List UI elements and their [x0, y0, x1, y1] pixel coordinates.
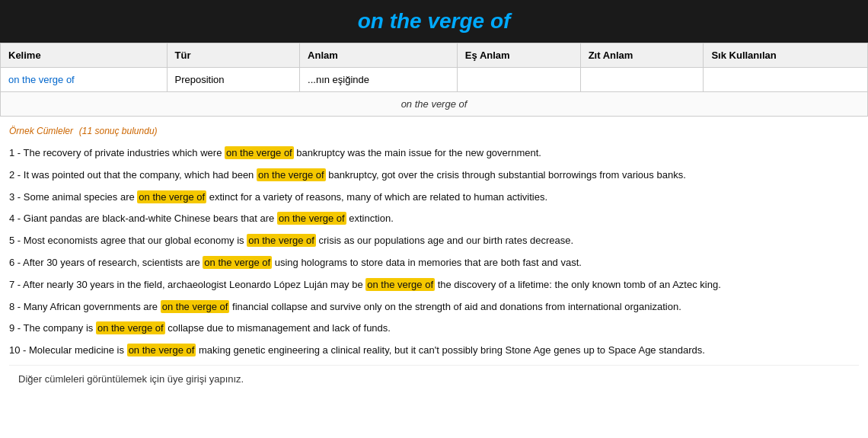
example-item: 5 - Most economists agree that our globa… — [9, 230, 859, 252]
table-data-row: on the verge of Preposition ...nın eşiği… — [1, 68, 868, 92]
cell-tur: Preposition — [167, 68, 300, 92]
highlight-phrase: on the verge of — [161, 300, 230, 313]
example-num: 3 - Some animal species are — [9, 191, 137, 203]
col-tur: Tür — [167, 43, 300, 68]
example-item: 1 - The recovery of private industries w… — [9, 142, 859, 165]
highlight-phrase: on the verge of — [203, 256, 272, 269]
example-header: Örnek Cümleler (11 sonuç bulundu) — [9, 124, 859, 136]
example-after: extinction. — [346, 213, 394, 224]
example-item: 3 - Some animal species are on the verge… — [9, 187, 859, 209]
examples-container: 1 - The recovery of private industries w… — [9, 142, 859, 362]
page-header: on the verge of — [0, 0, 868, 43]
word-link[interactable]: on the verge of — [8, 74, 75, 85]
example-num: 9 - The company is — [9, 322, 96, 334]
example-num: 6 - After 30 years of research, scientis… — [9, 257, 203, 268]
example-after: the discovery of a lifetime: the only kn… — [435, 279, 721, 290]
example-after: collapse due to mismanagement and lack o… — [165, 322, 391, 334]
example-num: 7 - After nearly 30 years in the field, … — [9, 279, 365, 290]
example-header-label: Örnek Cümleler — [9, 126, 73, 136]
example-item: 2 - It was pointed out that the company,… — [9, 165, 859, 187]
example-after: making genetic engineering a clinical re… — [196, 344, 705, 356]
col-sik-kullanilan: Sık Kullanılan — [704, 43, 868, 68]
example-after: financial collapse and survive only on t… — [229, 301, 681, 312]
example-num: 2 - It was pointed out that the company,… — [9, 169, 257, 181]
highlight-phrase: on the verge of — [96, 321, 165, 334]
example-item: 10 - Molecular medicine is on the verge … — [9, 340, 859, 362]
middle-row: on the verge of — [0, 92, 868, 117]
example-num: 4 - Giant pandas are black-and-white Chi… — [9, 213, 277, 224]
footer-note: Diğer cümleleri görüntülemek için üye gi… — [9, 365, 859, 392]
col-es-anlam: Eş Anlam — [457, 43, 580, 68]
col-anlam: Anlam — [300, 43, 458, 68]
cell-zit-anlam — [580, 68, 704, 92]
highlight-phrase: on the verge of — [137, 190, 206, 203]
col-kelime: Kelime — [1, 43, 168, 68]
example-num: 1 - The recovery of private industries w… — [9, 147, 225, 158]
cell-es-anlam — [457, 68, 580, 92]
word-table: Kelime Tür Anlam Eş Anlam Zıt Anlam Sık … — [0, 43, 868, 92]
example-count: (11 sonuç bulundu) — [79, 126, 158, 136]
highlight-phrase: on the verge of — [247, 234, 316, 247]
example-num: 10 - Molecular medicine is — [9, 344, 127, 356]
example-num: 5 - Most economists agree that our globa… — [9, 235, 247, 246]
table-header-row: Kelime Tür Anlam Eş Anlam Zıt Anlam Sık … — [1, 43, 868, 68]
example-item: 8 - Many African governments are on the … — [9, 296, 859, 318]
col-zit-anlam: Zıt Anlam — [580, 43, 704, 68]
example-item: 9 - The company is on the verge of colla… — [9, 318, 859, 340]
cell-sik-kullanilan — [704, 68, 868, 92]
example-item: 6 - After 30 years of research, scientis… — [9, 252, 859, 274]
example-after: bankruptcy, got over the crisis through … — [326, 169, 686, 181]
highlight-phrase: on the verge of — [365, 278, 435, 291]
example-num: 8 - Many African governments are — [9, 301, 161, 312]
cell-anlam: ...nın eşiğinde — [300, 68, 458, 92]
example-after: using holograms to store data in memorie… — [272, 257, 582, 268]
cell-kelime[interactable]: on the verge of — [1, 68, 168, 92]
page-title: on the verge of — [0, 9, 868, 34]
highlight-phrase: on the verge of — [277, 212, 346, 225]
example-after: crisis as our populations age and our bi… — [316, 235, 573, 246]
example-after: bankruptcy was the main issue for the ne… — [294, 147, 541, 158]
highlight-phrase: on the verge of — [225, 146, 294, 159]
example-section: Örnek Cümleler (11 sonuç bulundu) 1 - Th… — [0, 117, 868, 400]
example-item: 4 - Giant pandas are black-and-white Chi… — [9, 208, 859, 230]
highlight-phrase: on the verge of — [127, 344, 196, 356]
example-item: 7 - After nearly 30 years in the field, … — [9, 274, 859, 296]
example-after: extinct for a variety of reasons, many o… — [206, 191, 547, 203]
highlight-phrase: on the verge of — [257, 168, 326, 181]
